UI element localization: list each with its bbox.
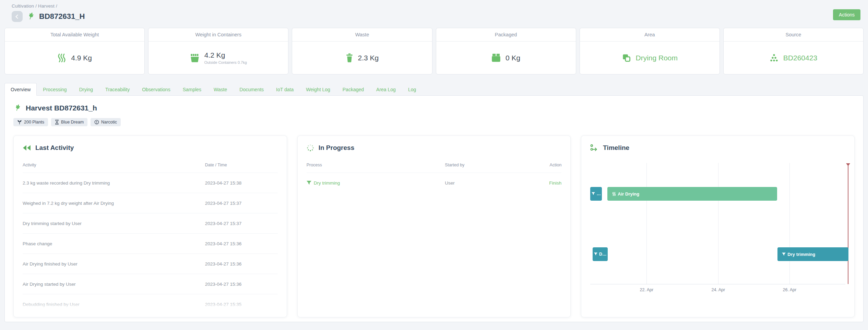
drying-waves-icon: [612, 192, 616, 196]
spinner-icon: [307, 144, 314, 152]
tab-bar: Overview Processing Drying Traceability …: [4, 83, 864, 95]
activity-row: Debudding finished by User 2023-04-27 15…: [23, 294, 278, 314]
stat-label: Area: [580, 28, 720, 42]
narcotic-badge: Narcotic: [91, 118, 121, 126]
badge-label: 200 Plants: [24, 120, 44, 125]
strain-badge: Blue Dream: [51, 118, 87, 126]
stat-label: Source: [724, 28, 863, 42]
activity-text: Air Drying started by User: [23, 282, 205, 287]
stats-row: Total Available Weight 4.9 Kg Weight in …: [4, 28, 864, 74]
activity-datetime: 2023-04-27 15:36: [205, 282, 278, 287]
area-link[interactable]: Drying Room: [636, 54, 678, 62]
activity-text: Dry trimming started by User: [23, 221, 205, 226]
tab-iot-data[interactable]: IoT data: [270, 83, 300, 96]
source-link[interactable]: BD260423: [783, 54, 817, 62]
last-activity-card: Last Activity Activity Date / Time 2.3 k…: [13, 135, 287, 317]
activity-datetime: 2023-04-27 15:36: [205, 261, 278, 267]
timeline-axis: 22. Apr 24. Apr 26. Apr: [590, 284, 845, 295]
activity-row: Weighed in 7.2 kg dry weight after Air D…: [23, 193, 278, 213]
area-icon: [622, 53, 631, 62]
badges-row: 200 Plants Blue Dream: [13, 118, 855, 126]
drying-waves-icon: [57, 53, 66, 63]
tab-overview[interactable]: Overview: [4, 83, 37, 96]
harvest-detail-page: Cultivation / Harvest / BD872631_H Actio…: [0, 0, 868, 330]
timeline-bar-dry-trimming[interactable]: Dry trimming: [777, 247, 848, 261]
gridline: [789, 163, 790, 284]
card-title: Timeline: [603, 144, 629, 152]
stat-label: Weight in Containers: [148, 28, 288, 42]
stat-subtext: Outside Containers 0.7kg: [204, 60, 247, 64]
stat-value: 0 Kg: [506, 54, 520, 62]
gridline: [718, 163, 718, 284]
card-title: In Progress: [319, 144, 355, 152]
cannabis-leaf-icon: [26, 12, 35, 21]
narcotic-icon: [94, 120, 99, 125]
activity-datetime: 2023-04-27 15:36: [205, 241, 278, 246]
tab-log[interactable]: Log: [402, 83, 422, 96]
rewind-icon: [23, 144, 31, 151]
activity-datetime: 2023-04-27 15:37: [205, 201, 278, 206]
hourglass-icon: [55, 120, 59, 125]
stat-label: Total Available Weight: [5, 28, 144, 42]
gridline: [646, 163, 647, 284]
started-by: User: [445, 180, 531, 186]
column-action: Action: [531, 163, 561, 167]
activity-text: Debudding finished by User: [23, 302, 205, 307]
source-icon: [770, 54, 778, 62]
tab-samples[interactable]: Samples: [177, 83, 207, 96]
tab-traceability[interactable]: Traceability: [99, 83, 136, 96]
timeline-bar-collapsed-debudding[interactable]: D…: [593, 247, 608, 261]
activity-datetime: 2023-04-27 15:37: [205, 221, 278, 226]
timeline-bar-air-drying[interactable]: Air Drying: [607, 187, 777, 201]
stat-card-weight-in-containers: Weight in Containers 4.2 Kg Outside Cont…: [148, 28, 288, 74]
stat-label: Waste: [292, 28, 432, 42]
workflow-icon: [590, 144, 598, 152]
funnel-icon: [307, 181, 311, 185]
container-icon: [190, 54, 200, 62]
process-link[interactable]: Dry trimming: [307, 180, 445, 186]
column-process: Process: [307, 163, 445, 167]
funnel-icon: [592, 192, 595, 196]
harvest-title: Harvest BD872631_h: [26, 104, 97, 112]
finish-link[interactable]: Finish: [531, 180, 561, 186]
activity-text: Phase change: [23, 241, 205, 246]
trash-icon: [346, 53, 353, 62]
tab-processing[interactable]: Processing: [37, 83, 73, 96]
tab-waste[interactable]: Waste: [207, 83, 233, 96]
plant-icon: [17, 120, 22, 125]
activity-text: 2.3 kg waste recorded during Dry trimmin…: [23, 180, 205, 186]
tab-packaged[interactable]: Packaged: [336, 83, 370, 96]
activity-datetime: 2023-04-27 15:38: [205, 180, 278, 186]
page-header: Cultivation / Harvest / BD872631_H Actio…: [0, 0, 868, 22]
page-title: BD872631_H: [39, 12, 85, 21]
stat-card-total-available-weight: Total Available Weight 4.9 Kg: [4, 28, 145, 74]
column-datetime: Date / Time: [205, 163, 278, 167]
tab-weight-log[interactable]: Weight Log: [300, 83, 336, 96]
axis-tick-label: 26. Apr: [783, 287, 797, 292]
axis-tick-label: 22. Apr: [640, 287, 654, 292]
activity-text: Air Drying finished by User: [23, 261, 205, 267]
plants-count-badge: 200 Plants: [13, 118, 48, 126]
axis-tick-label: 24. Apr: [712, 287, 725, 292]
tab-documents[interactable]: Documents: [233, 83, 270, 96]
activity-datetime: 2023-04-27 15:35: [205, 302, 278, 307]
badge-label: Blue Dream: [61, 120, 84, 125]
in-progress-row: Dry trimming User Finish: [307, 173, 562, 193]
breadcrumb[interactable]: Cultivation / Harvest /: [12, 3, 860, 9]
activity-row: Air Drying started by User 2023-04-27 15…: [23, 274, 278, 294]
back-button[interactable]: [12, 11, 23, 22]
tab-area-log[interactable]: Area Log: [370, 83, 402, 96]
package-icon: [491, 54, 501, 62]
tab-observations[interactable]: Observations: [136, 83, 176, 96]
tab-drying[interactable]: Drying: [73, 83, 99, 96]
stat-value: 2.3 Kg: [358, 54, 379, 62]
stat-card-waste: Waste 2.3 Kg: [292, 28, 432, 74]
today-marker-line: [848, 164, 848, 284]
chevron-left-icon: [15, 14, 20, 19]
card-title: Last Activity: [35, 144, 74, 152]
funnel-icon: [594, 252, 597, 256]
timeline-bar-collapsed[interactable]: …: [590, 187, 602, 201]
stat-value: 4.2 Kg: [204, 51, 247, 59]
actions-button[interactable]: Actions: [833, 9, 860, 20]
stat-value: 4.9 Kg: [71, 54, 92, 62]
